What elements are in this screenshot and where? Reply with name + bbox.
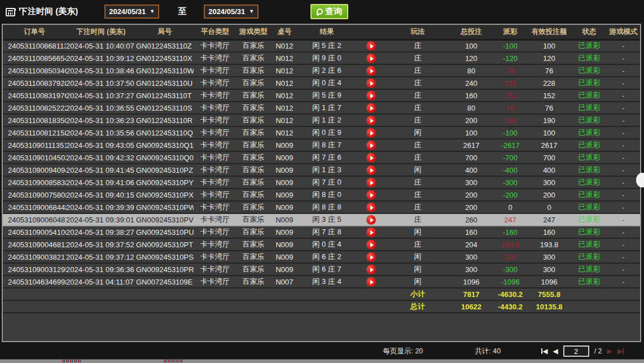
play-icon[interactable] — [366, 153, 376, 163]
game-type-cell: 百家乐 — [236, 64, 270, 77]
last-page-icon[interactable]: ▶ — [617, 348, 624, 355]
total-bet-cell: 100 — [449, 40, 494, 52]
game-type-cell: 百家乐 — [236, 77, 270, 89]
replay-cell — [355, 64, 387, 77]
table-row[interactable]: 240531090111351 2024-05-31 09:43:05 GN00… — [3, 139, 640, 151]
play-icon[interactable] — [366, 66, 376, 76]
result-cell: 闲 0 庄 4 — [299, 238, 355, 251]
column-header-table_no: 桌号 — [270, 25, 299, 40]
table-row[interactable]: 240531100868113 2024-05-31 10:40:07 GN01… — [3, 40, 640, 52]
play-type-cell: 庄 — [387, 40, 449, 52]
table-row[interactable]: 240531090094094 2024-05-31 09:41:45 GN00… — [3, 164, 640, 176]
play-icon[interactable] — [366, 141, 376, 150]
play-icon[interactable] — [366, 252, 376, 262]
table-row[interactable]: 240531090046812 2024-05-31 09:37:52 GN00… — [3, 238, 640, 251]
play-icon[interactable] — [366, 41, 376, 51]
result-cell: 闲 9 庄 0 — [299, 52, 355, 64]
date-from-select[interactable]: 2024/05/31 ▼ — [104, 5, 159, 19]
status-badge: 已派彩 — [572, 176, 607, 189]
round-id-cell: GN009245310PY — [136, 176, 194, 189]
prev-page-icon[interactable]: ◀ — [553, 348, 558, 355]
play-icon[interactable] — [366, 54, 376, 63]
page-number-input[interactable] — [563, 345, 589, 357]
table-number-cell: N009 — [270, 176, 299, 189]
table-row[interactable]: 240531090075808 2024-05-31 09:40:15 GN00… — [3, 189, 640, 201]
column-header-payout: 派彩 — [494, 25, 527, 40]
table-number-cell: N012 — [270, 114, 299, 126]
first-page-icon[interactable]: ◀ — [541, 348, 547, 355]
search-button[interactable]: 查询 — [310, 4, 348, 19]
game-type-cell: 百家乐 — [236, 126, 270, 139]
valid-bet-cell: 2617 — [527, 139, 572, 151]
table-number-cell: N007 — [270, 275, 299, 288]
play-type-cell: 庄 — [387, 238, 449, 251]
table-row[interactable]: 240531100818350 2024-05-31 10:36:23 GN01… — [3, 114, 640, 126]
table-row[interactable]: 240531090085838 2024-05-31 09:41:06 GN00… — [3, 176, 640, 189]
platform-cell: 卡卡湾厅 — [194, 201, 236, 213]
play-icon[interactable] — [366, 215, 376, 225]
grand-total-payout: -4430.2 — [494, 300, 527, 313]
bet-time-cell: 2024-05-31 10:37:50 — [66, 77, 136, 89]
date-to-select[interactable]: 2024/05/31 ▼ — [204, 5, 259, 19]
payout-cell: 228 — [494, 77, 527, 89]
play-icon[interactable] — [366, 265, 376, 274]
play-icon[interactable] — [366, 116, 376, 125]
round-id-cell: GN009245310Q1 — [136, 139, 194, 151]
bets-table-container: 订单号下注时间 (美东)局号平台类型游戏类型桌号结果玩法总投注派彩有效投注额状态… — [2, 24, 641, 342]
game-mode-cell: - — [607, 89, 640, 102]
search-button-label: 查询 — [325, 6, 342, 17]
game-mode-cell: - — [607, 275, 640, 288]
play-icon[interactable] — [366, 78, 376, 88]
subtotal-total: 7817 — [449, 288, 494, 300]
play-icon[interactable] — [366, 240, 376, 250]
table-row[interactable]: 240531090054106 2024-05-31 09:38:27 GN00… — [3, 226, 640, 238]
total-bet-cell: 100 — [449, 126, 494, 139]
game-type-cell: 百家乐 — [236, 139, 270, 151]
play-icon[interactable] — [366, 190, 376, 200]
play-icon[interactable] — [366, 165, 376, 175]
play-icon[interactable] — [366, 203, 376, 212]
column-header-valid: 有效投注额 — [527, 25, 572, 40]
table-row[interactable]: 240531090060487 2024-05-31 09:39:01 GN00… — [3, 213, 640, 226]
total-bet-cell: 160 — [449, 89, 494, 102]
bet-time-cell: 2024-05-31 04:11:07 — [66, 275, 136, 288]
table-row[interactable]: 240531100812158 2024-05-31 10:35:56 GN01… — [3, 126, 640, 139]
play-icon[interactable] — [366, 178, 376, 187]
column-header-replay — [355, 25, 387, 40]
round-id-cell: GN009245310PU — [136, 226, 194, 238]
table-row[interactable]: 240531100825222 2024-05-31 10:36:55 GN01… — [3, 102, 640, 114]
round-id-cell: GN0122453110R — [136, 114, 194, 126]
table-row[interactable]: 240531090038217 2024-05-31 09:37:12 GN00… — [3, 251, 640, 263]
round-id-cell: GN009245310PV — [136, 213, 194, 226]
play-icon[interactable] — [366, 277, 376, 287]
status-badge: 已派彩 — [572, 77, 607, 89]
table-number-cell: N012 — [270, 40, 299, 52]
table-row[interactable]: 240531090104503 2024-05-31 09:42:32 GN00… — [3, 151, 640, 164]
total-bet-cell: 2617 — [449, 139, 494, 151]
table-row[interactable]: 240531090031295 2024-05-31 09:36:36 GN00… — [3, 263, 640, 275]
date-to-value: 2024/05/31 — [208, 7, 245, 16]
table-row[interactable]: 240531100831976 2024-05-31 10:37:27 GN01… — [3, 89, 640, 102]
next-page-icon[interactable]: ▶ — [607, 348, 612, 355]
table-row[interactable]: 240531090068448 2024-05-31 09:39:39 GN00… — [3, 201, 640, 213]
payout-cell: 300 — [494, 251, 527, 263]
table-row[interactable]: 240531046346998 2024-05-31 04:11:07 GN00… — [3, 275, 640, 288]
play-icon[interactable] — [366, 91, 376, 100]
table-row[interactable]: 240531100856654 2024-05-31 10:39:12 GN01… — [3, 52, 640, 64]
table-row[interactable]: 240531100837928 2024-05-31 10:37:50 GN01… — [3, 77, 640, 89]
result-cell: 闲 5 庄 2 — [299, 40, 355, 52]
play-icon[interactable] — [366, 103, 376, 113]
status-badge: 已派彩 — [572, 263, 607, 275]
play-type-cell: 庄 — [387, 189, 449, 201]
subtotal-label: 小计 — [387, 288, 449, 300]
game-mode-cell: - — [607, 176, 640, 189]
game-type-cell: 百家乐 — [236, 40, 270, 52]
play-icon[interactable] — [366, 228, 376, 237]
round-id-cell: GN0122453110U — [136, 77, 194, 89]
play-icon[interactable] — [366, 128, 376, 138]
table-number-cell: N012 — [270, 77, 299, 89]
table-row[interactable]: 240531100850346 2024-05-31 10:38:46 GN01… — [3, 64, 640, 77]
round-id-cell: GN009245310PZ — [136, 164, 194, 176]
column-header-mode: 游戏模式 — [607, 25, 640, 40]
order-number-cell: 240531090046812 — [3, 238, 66, 251]
